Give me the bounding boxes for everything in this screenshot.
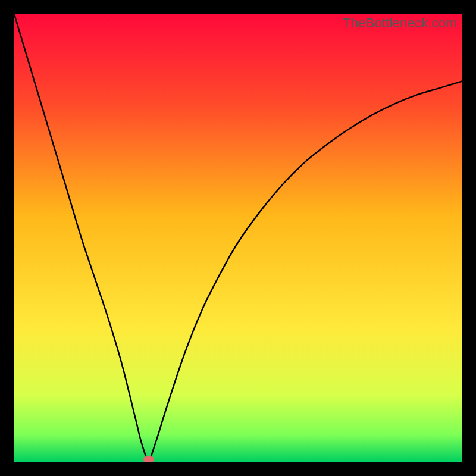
minimum-marker <box>143 456 154 462</box>
chart-frame: TheBottleneck.com <box>14 14 462 462</box>
watermark-text: TheBottleneck.com <box>343 15 457 31</box>
bottleneck-curve <box>14 14 462 462</box>
